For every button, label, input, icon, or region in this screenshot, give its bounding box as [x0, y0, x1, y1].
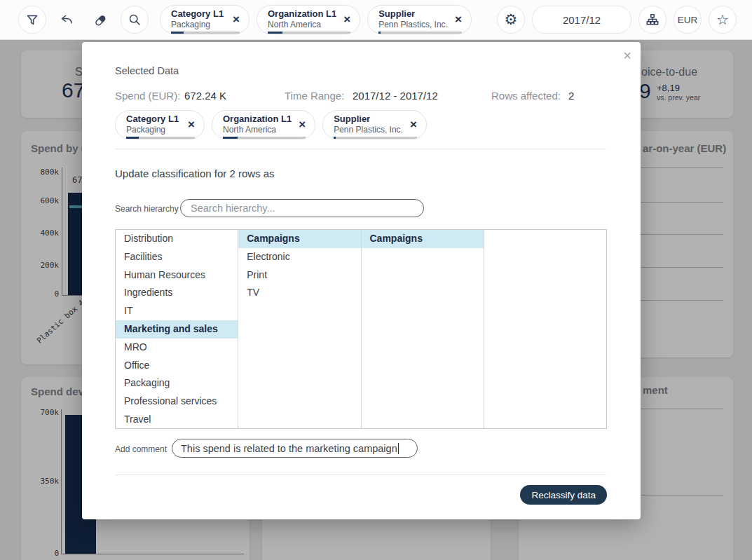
divider — [115, 474, 606, 475]
modal-title: Selected Data — [115, 65, 179, 76]
hierarchy-item[interactable]: Electronic — [238, 248, 360, 266]
hierarchy-item[interactable]: MRO — [116, 339, 238, 357]
filter-dimension: Organization L1 — [223, 114, 292, 125]
filter-chip-text: Organization L1North America — [223, 114, 292, 135]
filter-value: North America — [268, 20, 336, 29]
filter-chip-category-l1[interactable]: Category L1Packaging× — [115, 110, 205, 139]
top-toolbar: Category L1Packaging×Organization L1Nort… — [0, 0, 752, 40]
filter-value: Packaging — [171, 20, 224, 29]
hierarchy-item[interactable]: Human Resources — [116, 266, 238, 285]
filter-chip-text: Category L1Packaging — [126, 114, 179, 135]
hierarchy-item[interactable]: IT — [116, 302, 238, 320]
search-hierarchy-input[interactable] — [180, 199, 424, 217]
filter-share-bar — [223, 137, 306, 139]
comment-text: This spend is related to the marketing c… — [181, 443, 397, 454]
comment-input[interactable]: This spend is related to the marketing c… — [172, 439, 418, 458]
filter-share-bar — [268, 32, 350, 34]
spend-value: 672.24 K — [184, 90, 226, 102]
add-comment-label: Add comment — [115, 444, 167, 454]
hierarchy-item[interactable]: Campaigns — [238, 230, 360, 248]
remove-filter-icon[interactable]: × — [233, 13, 240, 25]
spend-label: Spend (EUR): — [115, 90, 180, 102]
filter-chip-supplier[interactable]: SupplierPenn Plastics, Inc.× — [322, 110, 427, 139]
filter-value: Packaging — [126, 125, 179, 135]
filter-chip-text: SupplierPenn Plastics, Inc. — [378, 8, 448, 29]
filter-dimension: Organization L1 — [268, 8, 336, 20]
gear-icon[interactable]: ⚙ — [497, 6, 525, 34]
filter-share-bar — [334, 137, 417, 139]
filter-share-bar — [171, 32, 240, 34]
filter-dimension: Category L1 — [171, 8, 224, 20]
currency-button[interactable]: EUR — [674, 6, 702, 34]
hierarchy-item[interactable]: Marketing and sales — [116, 320, 238, 339]
filter-chip-organization-l1[interactable]: Organization L1North America× — [257, 5, 360, 34]
hierarchy-column-1: DistributionFacilitiesHuman ResourcesIng… — [116, 230, 238, 428]
search-hierarchy-label: Search hierarchy — [115, 204, 179, 214]
hierarchy-item[interactable]: TV — [238, 284, 360, 302]
hierarchy-item[interactable]: Distribution — [116, 230, 238, 248]
remove-filter-icon[interactable]: × — [343, 13, 350, 25]
filter-chip-text: Organization L1North America — [268, 8, 336, 29]
filter-dimension: Supplier — [378, 8, 448, 20]
search-icon[interactable] — [121, 6, 149, 34]
filter-icon[interactable] — [18, 6, 46, 34]
filter-dimension: Category L1 — [126, 114, 179, 125]
text-caret — [398, 443, 399, 454]
hierarchy-item[interactable]: Campaigns — [362, 230, 484, 248]
modal-filter-chips: Category L1Packaging×Organization L1Nort… — [115, 110, 427, 139]
update-classification-text: Update classification for 2 rows as — [115, 168, 275, 179]
period-value: 2017/12 — [563, 14, 601, 26]
filter-dimension: Supplier — [334, 114, 403, 125]
filter-chip-supplier[interactable]: SupplierPenn Plastics, Inc.× — [367, 5, 472, 34]
star-icon[interactable]: ☆ — [709, 6, 737, 34]
hierarchy-column-3: Campaigns — [362, 230, 484, 428]
time-range-value: 2017/12 - 2017/12 — [353, 90, 438, 102]
rows-affected-value: 2 — [568, 90, 574, 102]
hierarchy-item[interactable]: Print — [238, 266, 360, 285]
hierarchy-item[interactable]: Ingredients — [116, 284, 238, 302]
undo-icon[interactable] — [53, 6, 80, 33]
filter-share-bar — [126, 137, 195, 139]
filter-value: Penn Plastics, Inc. — [378, 20, 448, 29]
close-icon[interactable]: × — [623, 48, 631, 62]
hierarchy-table: DistributionFacilitiesHuman ResourcesIng… — [115, 229, 607, 429]
hierarchy-item[interactable]: Facilities — [116, 248, 238, 266]
reclassify-modal: × Selected Data Spend (EUR): 672.24 K Ti… — [82, 42, 641, 519]
filter-value: Penn Plastics, Inc. — [334, 125, 403, 135]
toolbar-filter-chips: Category L1Packaging×Organization L1Nort… — [160, 5, 472, 34]
gear-glyph: ⚙ — [505, 13, 518, 27]
app-window: S 67 Spend by ca 800k 600k 400k 200k 0 6… — [0, 0, 752, 560]
divider — [115, 149, 606, 149]
filter-share-bar — [378, 32, 462, 34]
currency-value: EUR — [678, 15, 698, 25]
remove-filter-icon[interactable]: × — [410, 118, 417, 130]
time-range-label: Time Range: — [285, 90, 344, 102]
eraser-icon[interactable] — [87, 6, 114, 33]
star-glyph: ☆ — [716, 13, 729, 27]
remove-filter-icon[interactable]: × — [188, 118, 195, 130]
org-chart-icon[interactable] — [638, 6, 666, 34]
filter-chip-text: SupplierPenn Plastics, Inc. — [334, 114, 403, 135]
rows-affected-label: Rows affected: — [491, 90, 561, 102]
period-selector[interactable]: 2017/12 — [532, 6, 631, 34]
filter-chip-category-l1[interactable]: Category L1Packaging× — [160, 5, 249, 34]
hierarchy-item[interactable]: Packaging — [116, 374, 238, 392]
hierarchy-item[interactable]: Office — [116, 357, 238, 375]
hierarchy-item[interactable]: Professional services — [116, 392, 238, 411]
filter-chip-organization-l1[interactable]: Organization L1North America× — [212, 110, 315, 139]
remove-filter-icon[interactable]: × — [299, 118, 306, 130]
hierarchy-column-2: CampaignsElectronicPrintTV — [238, 230, 361, 428]
hierarchy-column-4 — [484, 230, 606, 428]
reclassify-data-button[interactable]: Reclassify data — [520, 485, 607, 505]
hierarchy-item[interactable]: Travel — [116, 411, 238, 429]
filter-value: North America — [223, 125, 292, 135]
filter-chip-text: Category L1Packaging — [171, 8, 224, 29]
remove-filter-icon[interactable]: × — [455, 13, 462, 25]
